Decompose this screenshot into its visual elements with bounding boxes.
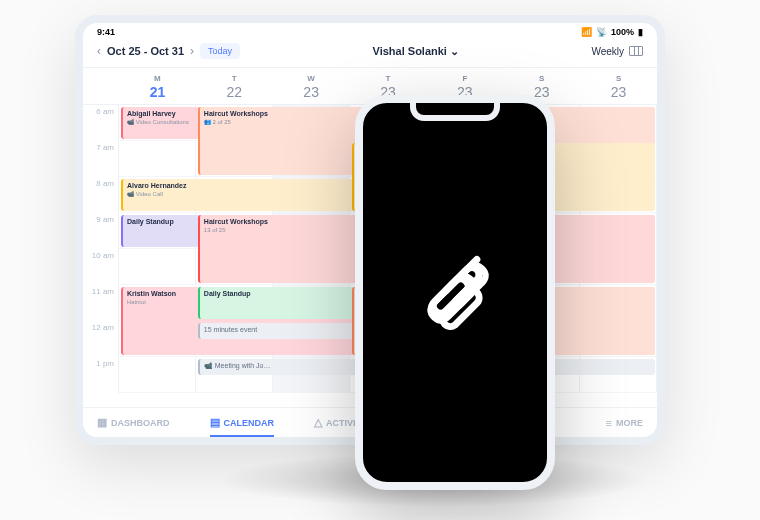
dom-label: 22: [196, 84, 273, 100]
day-column-header[interactable]: M21: [119, 68, 196, 104]
nav-label: CALENDAR: [224, 418, 275, 428]
day-column-header[interactable]: S23: [580, 68, 657, 104]
calendar-icon: ▤: [210, 416, 220, 429]
dow-label: M: [119, 74, 196, 83]
grid-slot[interactable]: [119, 141, 196, 177]
clock: 9:41: [97, 27, 115, 37]
time-label: 7 am: [83, 141, 119, 177]
user-name: Vishal Solanki: [373, 45, 447, 57]
menu-icon: ≡: [606, 417, 612, 429]
columns-icon: [629, 46, 643, 56]
prev-week-button[interactable]: ‹: [97, 44, 101, 58]
nav-calendar[interactable]: ▤ CALENDAR: [210, 416, 275, 429]
time-label: 9 am: [83, 213, 119, 249]
nav-label: MORE: [616, 418, 643, 428]
dom-label: 23: [580, 84, 657, 100]
phone-notch: [410, 103, 500, 121]
time-label: 12 am: [83, 321, 119, 357]
dashboard-icon: ▦: [97, 416, 107, 429]
chevron-down-icon: ⌄: [450, 45, 459, 58]
dom-label: 23: [273, 84, 350, 100]
nav-dashboard[interactable]: ▦ DASHBOARD: [97, 416, 170, 429]
time-label: 10 am: [83, 249, 119, 285]
dow-label: S: [580, 74, 657, 83]
grid-slot[interactable]: [119, 357, 196, 393]
time-label: 8 am: [83, 177, 119, 213]
time-label: 11 am: [83, 285, 119, 321]
dow-label: F: [426, 74, 503, 83]
battery-percent: 100%: [611, 27, 634, 37]
battery-icon: ▮: [638, 27, 643, 37]
dom-label: 21: [119, 84, 196, 100]
view-selector[interactable]: Weekly: [591, 46, 643, 57]
bell-icon: △: [314, 416, 322, 429]
view-label: Weekly: [591, 46, 624, 57]
status-bar: 9:41 📶 📡 100% ▮: [83, 23, 657, 37]
dow-label: T: [196, 74, 273, 83]
grid-slot[interactable]: [119, 249, 196, 285]
dow-label: S: [503, 74, 580, 83]
time-label: 1 pm: [83, 357, 119, 393]
day-column-header[interactable]: W23: [273, 68, 350, 104]
dow-label: T: [350, 74, 427, 83]
time-label: 6 am: [83, 105, 119, 141]
nav-more[interactable]: ≡ MORE: [606, 417, 643, 429]
date-range[interactable]: Oct 25 - Oct 31: [107, 45, 184, 57]
wifi-icon: 📡: [596, 27, 607, 37]
signal-icon: 📶: [581, 27, 592, 37]
calendar-header: ‹ Oct 25 - Oct 31 › Today Vishal Solanki…: [83, 37, 657, 68]
nav-label: DASHBOARD: [111, 418, 170, 428]
squarespace-logo-icon: [416, 254, 494, 332]
dow-label: W: [273, 74, 350, 83]
today-button[interactable]: Today: [200, 43, 240, 59]
next-week-button[interactable]: ›: [190, 44, 194, 58]
phone-device: [355, 95, 555, 490]
day-column-header[interactable]: T22: [196, 68, 273, 104]
user-selector[interactable]: Vishal Solanki ⌄: [373, 45, 459, 58]
